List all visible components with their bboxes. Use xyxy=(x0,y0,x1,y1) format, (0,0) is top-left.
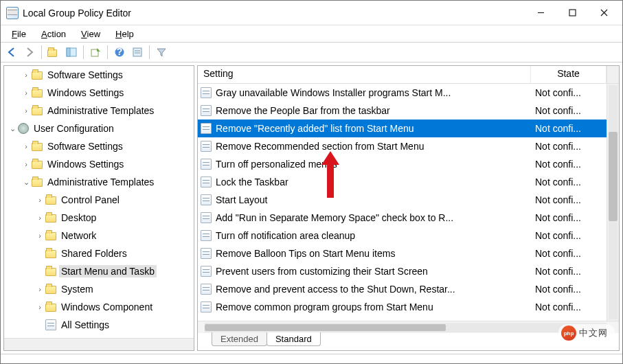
svg-rect-6 xyxy=(133,48,141,56)
watermark-label: 中文网 xyxy=(579,327,608,339)
setting-state: Not confi... xyxy=(535,266,604,277)
policy-setting-icon xyxy=(201,248,212,259)
column-setting[interactable]: Setting xyxy=(198,66,531,83)
chevron-right-icon[interactable]: › xyxy=(21,71,32,79)
tree-item[interactable]: Shared Folders xyxy=(4,244,194,262)
chevron-right-icon[interactable]: › xyxy=(34,303,45,311)
menu-view[interactable]: View xyxy=(74,27,107,41)
tree-item[interactable]: ›Control Panel xyxy=(4,191,194,209)
table-row[interactable]: Turn off personalized menusNot confi... xyxy=(198,155,607,173)
tree-item-label: Software Settings xyxy=(45,140,125,152)
folder-icon xyxy=(45,304,56,312)
forward-button[interactable] xyxy=(21,44,38,60)
filter-button[interactable] xyxy=(153,44,170,60)
chevron-right-icon[interactable]: › xyxy=(34,231,45,240)
close-button[interactable] xyxy=(588,1,620,25)
up-folder-button[interactable] xyxy=(45,44,62,60)
setting-state: Not confi... xyxy=(535,105,604,116)
tree-item-label: All Settings xyxy=(59,319,111,331)
maximize-button[interactable] xyxy=(556,1,588,25)
folder-icon xyxy=(45,232,56,240)
policy-setting-icon xyxy=(201,194,212,205)
table-row[interactable]: Prevent users from customizing their Sta… xyxy=(198,262,607,280)
export-list-button[interactable] xyxy=(87,44,104,60)
folder-icon xyxy=(45,196,56,205)
svg-rect-0 xyxy=(569,10,576,16)
table-row[interactable]: Lock the TaskbarNot confi... xyxy=(198,173,607,191)
vertical-scrollbar[interactable] xyxy=(607,84,619,321)
tree-item[interactable]: ›Software Settings xyxy=(4,66,194,84)
tree-item[interactable]: ›Network xyxy=(4,227,194,244)
tree-item[interactable]: ›Software Settings xyxy=(4,137,194,155)
chevron-down-icon[interactable]: ⌄ xyxy=(21,178,32,187)
tree-item[interactable]: ›Windows Settings xyxy=(4,155,194,173)
main-content: ›Software Settings›Windows Settings›Admi… xyxy=(1,62,622,354)
tree-item[interactable]: ›Administrative Templates xyxy=(4,102,194,120)
policy-setting-icon xyxy=(201,105,212,116)
chevron-right-icon[interactable]: › xyxy=(21,142,32,150)
list-rows[interactable]: Gray unavailable Windows Installer progr… xyxy=(198,84,607,321)
table-row[interactable]: Gray unavailable Windows Installer progr… xyxy=(198,84,607,102)
statusbar xyxy=(1,354,622,363)
view-tabs: Extended Standard xyxy=(198,332,619,350)
menu-action[interactable]: Action xyxy=(34,27,73,41)
toolbar-separator xyxy=(83,45,84,59)
table-row[interactable]: Add "Run in Separate Memory Space" check… xyxy=(198,209,607,227)
policy-setting-icon xyxy=(201,123,212,134)
menu-file[interactable]: File xyxy=(5,27,33,41)
back-button[interactable] xyxy=(3,44,20,60)
properties-button[interactable] xyxy=(129,44,146,60)
folder-icon xyxy=(45,268,56,276)
tree-item[interactable]: All Settings xyxy=(4,316,194,334)
tree-scrollbar[interactable] xyxy=(4,338,194,350)
column-state[interactable]: State xyxy=(531,66,607,83)
setting-label: Remove "Recently added" list from Start … xyxy=(214,123,535,134)
tree-item[interactable]: ›System xyxy=(4,280,194,298)
setting-state: Not confi... xyxy=(535,159,604,170)
tree-item[interactable]: ›Desktop xyxy=(4,209,194,227)
setting-label: Remove Recommended section from Start Me… xyxy=(214,141,535,152)
window-title: Local Group Policy Editor xyxy=(23,8,525,19)
menu-help[interactable]: Help xyxy=(109,27,141,41)
toolbar: ? xyxy=(1,42,622,62)
tree-item[interactable]: Start Menu and Taskb xyxy=(4,262,194,280)
table-row[interactable]: Remove Balloon Tips on Start Menu itemsN… xyxy=(198,244,607,262)
tab-extended[interactable]: Extended xyxy=(212,332,267,346)
horizontal-scrollbar[interactable] xyxy=(198,321,619,333)
table-row[interactable]: Start LayoutNot confi... xyxy=(198,191,607,209)
chevron-right-icon[interactable]: › xyxy=(21,160,32,168)
chevron-right-icon[interactable]: › xyxy=(34,214,45,222)
tree-item-label: Start Menu and Taskb xyxy=(59,265,157,277)
table-row[interactable]: Remove the People Bar from the taskbarNo… xyxy=(198,102,607,120)
chevron-right-icon[interactable]: › xyxy=(21,89,32,97)
table-row[interactable]: Remove and prevent access to the Shut Do… xyxy=(198,280,607,298)
help-button[interactable]: ? xyxy=(111,44,128,60)
show-hide-tree-button[interactable] xyxy=(63,44,80,60)
tree-item-label: Shared Folders xyxy=(59,247,129,260)
table-row[interactable]: Turn off notification area cleanupNot co… xyxy=(198,227,607,244)
table-row[interactable]: Remove "Recently added" list from Start … xyxy=(198,120,607,137)
chevron-right-icon[interactable]: › xyxy=(34,196,45,204)
minimize-button[interactable] xyxy=(525,1,556,25)
table-row[interactable]: Remove common program groups from Start … xyxy=(198,298,607,316)
tree-item-label: Windows Component xyxy=(59,301,155,313)
chevron-right-icon[interactable]: › xyxy=(21,106,32,115)
tree-item[interactable]: ⌄User Configuration xyxy=(4,120,194,137)
tree-item[interactable]: ⌄Administrative Templates xyxy=(4,173,194,191)
table-row[interactable]: Remove Recommended section from Start Me… xyxy=(198,137,607,155)
setting-label: Remove common program groups from Start … xyxy=(214,302,535,312)
chevron-down-icon[interactable]: ⌄ xyxy=(7,124,18,133)
policy-setting-icon xyxy=(201,141,212,152)
setting-state: Not confi... xyxy=(535,248,604,259)
tree-item[interactable]: ›Windows Settings xyxy=(4,84,194,102)
scroll-gutter xyxy=(607,66,619,83)
tab-standard[interactable]: Standard xyxy=(267,332,321,346)
tree-scroll[interactable]: ›Software Settings›Windows Settings›Admi… xyxy=(4,66,194,338)
watermark-logo-icon: php xyxy=(561,326,576,341)
tree-item[interactable]: ›Windows Component xyxy=(4,298,194,316)
setting-state: Not confi... xyxy=(535,230,604,241)
tree-item-label: User Configuration xyxy=(32,122,116,135)
folder-icon xyxy=(45,250,56,258)
chevron-right-icon[interactable]: › xyxy=(34,285,45,293)
setting-label: Start Layout xyxy=(214,194,535,205)
